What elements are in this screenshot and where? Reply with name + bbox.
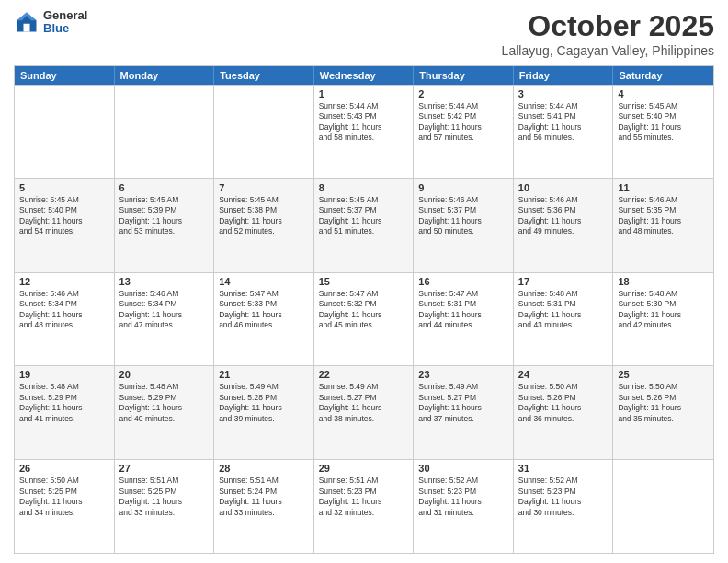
cell-line: Sunset: 5:31 PM (418, 299, 508, 309)
cell-line: Sunrise: 5:46 AM (618, 195, 709, 205)
calendar-cell: 15Sunrise: 5:47 AMSunset: 5:32 PMDayligh… (314, 273, 415, 366)
cell-line: Daylight: 11 hours (19, 403, 109, 413)
calendar-row: 19Sunrise: 5:48 AMSunset: 5:29 PMDayligh… (15, 365, 713, 459)
cell-line: Sunset: 5:25 PM (19, 487, 109, 497)
day-number: 20 (119, 369, 210, 380)
day-number: 27 (119, 463, 210, 474)
cell-line: Sunset: 5:23 PM (518, 487, 609, 497)
day-number: 6 (119, 182, 210, 193)
cell-line: and 30 minutes. (518, 508, 609, 518)
day-number: 3 (518, 88, 609, 99)
cell-line: and 57 minutes. (418, 132, 508, 143)
page: General Blue October 2025 Lallayug, Caga… (0, 0, 728, 563)
cell-line: Daylight: 11 hours (19, 216, 109, 226)
cal-header-day: Friday (514, 66, 614, 85)
calendar-cell: 26Sunrise: 5:50 AMSunset: 5:25 PMDayligh… (15, 460, 115, 553)
cell-line: Sunset: 5:40 PM (618, 111, 709, 121)
calendar-body: 1Sunrise: 5:44 AMSunset: 5:43 PMDaylight… (15, 85, 713, 553)
cell-line: Daylight: 11 hours (618, 216, 709, 226)
cell-line: Sunrise: 5:48 AM (119, 382, 210, 392)
cell-line: and 50 minutes. (418, 226, 508, 236)
calendar-cell: 7Sunrise: 5:45 AMSunset: 5:38 PMDaylight… (214, 179, 314, 272)
cell-line: Daylight: 11 hours (119, 216, 210, 226)
cell-line: Sunset: 5:34 PM (19, 299, 109, 309)
day-number: 22 (319, 369, 409, 380)
cell-line: Sunrise: 5:48 AM (518, 289, 609, 299)
cell-line: Daylight: 11 hours (418, 403, 508, 413)
cell-line: Daylight: 11 hours (219, 497, 309, 507)
cell-line: Sunrise: 5:45 AM (618, 101, 709, 111)
logo-text: General Blue (43, 9, 87, 36)
cell-line: Sunset: 5:41 PM (518, 111, 609, 121)
cell-line: and 51 minutes. (319, 226, 409, 236)
cell-line: Daylight: 11 hours (518, 310, 609, 320)
cell-line: Sunset: 5:34 PM (119, 299, 210, 309)
cell-line: Sunrise: 5:49 AM (319, 382, 409, 392)
cell-line: Sunrise: 5:47 AM (219, 289, 309, 299)
cell-line: Sunset: 5:23 PM (418, 487, 508, 497)
cell-line: Sunrise: 5:44 AM (418, 101, 508, 111)
cell-line: and 56 minutes. (518, 132, 609, 143)
day-number: 12 (19, 276, 109, 287)
cell-line: and 36 minutes. (518, 414, 609, 424)
cell-line: Sunrise: 5:52 AM (418, 476, 508, 486)
day-number: 29 (319, 463, 409, 474)
calendar-cell: 10Sunrise: 5:46 AMSunset: 5:36 PMDayligh… (514, 179, 614, 272)
month-title: October 2025 (502, 9, 714, 43)
cell-line: Sunset: 5:29 PM (19, 393, 109, 403)
calendar-row: 12Sunrise: 5:46 AMSunset: 5:34 PMDayligh… (15, 272, 713, 366)
cell-line: Sunrise: 5:45 AM (119, 195, 210, 205)
calendar-cell: 4Sunrise: 5:45 AMSunset: 5:40 PMDaylight… (613, 86, 713, 178)
header: General Blue October 2025 Lallayug, Caga… (14, 9, 714, 58)
cell-line: and 48 minutes. (19, 320, 109, 330)
calendar-cell (15, 86, 115, 178)
cell-line: and 35 minutes. (618, 414, 709, 424)
cell-line: Sunset: 5:27 PM (418, 393, 508, 403)
cal-header-day: Wednesday (314, 66, 415, 85)
cell-line: Sunrise: 5:52 AM (518, 476, 609, 486)
calendar-cell: 19Sunrise: 5:48 AMSunset: 5:29 PMDayligh… (15, 366, 115, 459)
day-number: 30 (418, 463, 508, 474)
cell-line: Sunrise: 5:44 AM (319, 101, 409, 111)
cell-line: Daylight: 11 hours (618, 403, 709, 413)
cell-line: and 55 minutes. (618, 132, 709, 143)
calendar-cell: 25Sunrise: 5:50 AMSunset: 5:26 PMDayligh… (613, 366, 713, 459)
cell-line: Daylight: 11 hours (518, 403, 609, 413)
calendar-row: 1Sunrise: 5:44 AMSunset: 5:43 PMDaylight… (15, 85, 713, 178)
day-number: 19 (19, 369, 109, 380)
cell-line: Sunrise: 5:46 AM (19, 289, 109, 299)
cell-line: and 48 minutes. (618, 226, 709, 236)
day-number: 8 (319, 182, 409, 193)
calendar-row: 26Sunrise: 5:50 AMSunset: 5:25 PMDayligh… (15, 459, 713, 553)
logo: General Blue (14, 9, 87, 36)
calendar-cell (214, 86, 314, 178)
day-number: 5 (19, 182, 109, 193)
calendar-cell: 24Sunrise: 5:50 AMSunset: 5:26 PMDayligh… (514, 366, 614, 459)
cell-line: Sunset: 5:35 PM (618, 205, 709, 215)
cell-line: Daylight: 11 hours (219, 403, 309, 413)
cell-line: Daylight: 11 hours (418, 310, 508, 320)
cell-line: Daylight: 11 hours (119, 497, 210, 507)
calendar-cell: 30Sunrise: 5:52 AMSunset: 5:23 PMDayligh… (414, 460, 514, 553)
calendar-cell: 13Sunrise: 5:46 AMSunset: 5:34 PMDayligh… (115, 273, 215, 366)
cell-line: Sunrise: 5:46 AM (119, 289, 210, 299)
cell-line: Sunrise: 5:46 AM (418, 195, 508, 205)
calendar-cell: 12Sunrise: 5:46 AMSunset: 5:34 PMDayligh… (15, 273, 115, 366)
calendar-cell: 21Sunrise: 5:49 AMSunset: 5:28 PMDayligh… (214, 366, 314, 459)
logo-blue: Blue (43, 22, 87, 35)
calendar-cell: 28Sunrise: 5:51 AMSunset: 5:24 PMDayligh… (214, 460, 314, 553)
day-number: 24 (518, 369, 609, 380)
cell-line: Sunset: 5:26 PM (618, 393, 709, 403)
cell-line: Sunset: 5:37 PM (319, 205, 409, 215)
calendar-cell: 29Sunrise: 5:51 AMSunset: 5:23 PMDayligh… (314, 460, 415, 553)
day-number: 2 (418, 88, 508, 99)
cal-header-day: Sunday (15, 66, 115, 85)
cell-line: Sunrise: 5:49 AM (219, 382, 309, 392)
cell-line: and 41 minutes. (19, 414, 109, 424)
cell-line: and 40 minutes. (119, 414, 210, 424)
cell-line: and 38 minutes. (319, 414, 409, 424)
cell-line: Sunrise: 5:45 AM (19, 195, 109, 205)
calendar-cell (613, 460, 713, 553)
day-number: 26 (19, 463, 109, 474)
day-number: 23 (418, 369, 508, 380)
